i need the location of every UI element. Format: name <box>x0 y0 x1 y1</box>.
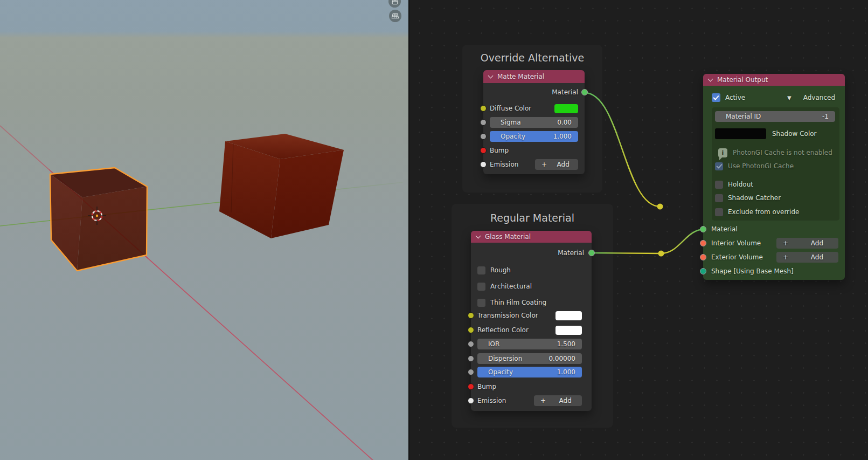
transmission-color-swatch[interactable] <box>555 311 582 320</box>
holdout-checkbox[interactable] <box>715 181 723 189</box>
3d-viewport[interactable] <box>0 0 409 460</box>
sigma-socket[interactable] <box>480 119 487 126</box>
dispersion-slider[interactable]: Dispersion 0.00000 <box>477 353 582 364</box>
material-id-slider[interactable]: Material ID -1 <box>715 111 835 122</box>
node-material-output[interactable]: Material Output Active ▼ Advanced Materi… <box>703 74 845 280</box>
advanced-panel: Material ID -1 Shadow Color i PhotonGI C… <box>712 107 839 221</box>
plus-icon: + <box>540 397 546 404</box>
node-title: Matte Material <box>497 73 544 80</box>
socket-label: Reflection Color <box>477 326 529 334</box>
advanced-toggle[interactable]: Advanced <box>803 94 835 101</box>
add-exterior-volume-button[interactable]: + Add <box>776 252 838 263</box>
emission-socket[interactable] <box>468 397 474 404</box>
socket-label: Material <box>711 225 738 233</box>
viewport-scene <box>0 0 409 460</box>
bump-socket[interactable] <box>480 147 487 154</box>
architectural-checkbox[interactable] <box>477 283 485 291</box>
socket-label: Emission <box>477 397 506 404</box>
use-photongi-cache-checkbox[interactable] <box>715 162 723 170</box>
opacity-slider[interactable]: Opacity 1.000 <box>477 367 582 377</box>
transmission-color-socket[interactable] <box>468 312 474 319</box>
bump-socket[interactable] <box>468 383 474 390</box>
material-output-socket[interactable] <box>588 250 595 256</box>
plus-icon: + <box>783 253 788 261</box>
chevron-down-icon[interactable] <box>708 77 713 83</box>
node-title: Glass Material <box>485 233 531 241</box>
node-title: Material Output <box>717 76 768 84</box>
camera-icon <box>391 0 399 5</box>
blender-window: Override Alternative Regular Material Ma… <box>0 0 868 460</box>
socket-label: Transmission Color <box>477 312 538 319</box>
shape-socket[interactable] <box>700 268 706 274</box>
info-icon: i <box>718 148 727 157</box>
socket-label: Exterior Volume <box>711 253 763 261</box>
exterior-volume-socket[interactable] <box>700 254 706 260</box>
socket-label: Interior Volume <box>711 239 761 247</box>
cube-unselected[interactable] <box>219 134 344 238</box>
reflection-color-swatch[interactable] <box>555 326 582 335</box>
socket-label: Bump <box>490 147 509 154</box>
grid-icon <box>391 12 399 20</box>
material-input-socket[interactable] <box>700 226 706 232</box>
rough-checkbox[interactable] <box>477 266 485 274</box>
diffuse-color-socket[interactable] <box>480 105 487 112</box>
shadow-color-swatch[interactable] <box>715 128 766 139</box>
node-header[interactable]: Material Output <box>703 74 845 86</box>
add-interior-volume-button[interactable]: + Add <box>776 238 838 249</box>
material-output-socket[interactable] <box>581 89 588 95</box>
area-divider[interactable] <box>408 0 409 460</box>
node-matte-material[interactable]: Matte Material Material Diffuse Color Si… <box>483 70 585 174</box>
opacity-socket[interactable] <box>480 133 487 140</box>
node-header[interactable]: Matte Material <box>483 70 585 83</box>
grid-toggle-gizmo[interactable] <box>389 10 401 22</box>
interior-volume-socket[interactable] <box>700 240 706 246</box>
socket-label: Diffuse Color <box>490 105 531 112</box>
socket-label: Emission <box>490 161 518 168</box>
socket-label: Material <box>558 249 584 257</box>
active-checkbox[interactable] <box>712 93 720 102</box>
plus-icon: + <box>783 239 788 247</box>
thin-film-coating-checkbox[interactable] <box>477 299 485 307</box>
chevron-down-icon[interactable] <box>488 74 494 79</box>
frame-title: Regular Material <box>452 212 613 224</box>
dispersion-socket[interactable] <box>468 355 474 362</box>
add-emission-button[interactable]: + Add <box>535 159 578 170</box>
opacity-slider[interactable]: Opacity 1.000 <box>490 131 578 142</box>
chevron-down-icon[interactable] <box>476 234 481 239</box>
diffuse-color-swatch[interactable] <box>554 104 578 113</box>
preset-dropdown-icon[interactable]: ▼ <box>787 95 791 101</box>
ior-slider[interactable]: IOR 1.500 <box>477 339 582 349</box>
exclude-from-override-checkbox[interactable] <box>715 208 723 216</box>
sigma-slider[interactable]: Sigma 0.00 <box>490 117 578 128</box>
opacity-socket[interactable] <box>468 369 474 375</box>
ior-socket[interactable] <box>468 341 474 347</box>
socket-label: Shape [Using Base Mesh] <box>711 267 794 275</box>
node-glass-material[interactable]: Glass Material Material Rough Architectu… <box>471 231 592 411</box>
plus-icon: + <box>541 161 547 168</box>
shadow-catcher-checkbox[interactable] <box>715 194 723 202</box>
add-emission-button[interactable]: + Add <box>534 395 582 406</box>
reflection-color-socket[interactable] <box>468 327 474 333</box>
cube-selected[interactable] <box>50 168 147 271</box>
frame-title: Override Alternative <box>462 52 602 64</box>
emission-socket[interactable] <box>480 161 487 168</box>
socket-label: Material <box>552 88 578 96</box>
socket-label: Bump <box>477 383 496 390</box>
node-header[interactable]: Glass Material <box>471 231 592 243</box>
